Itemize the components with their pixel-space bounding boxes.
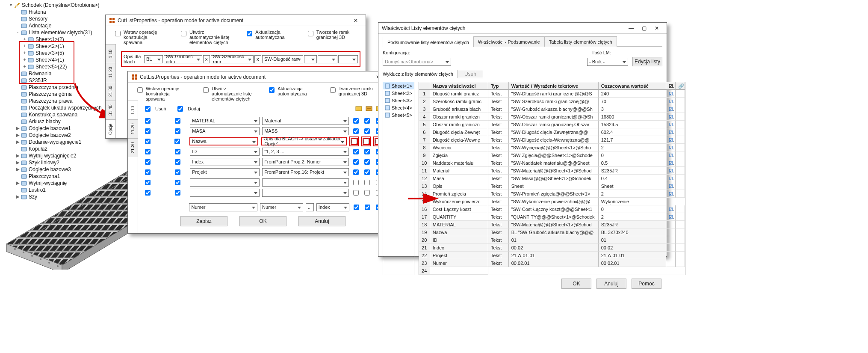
dlg2-footer-c[interactable]: Index [316,203,349,211]
dlg2-col-b[interactable]: MASS [262,127,349,135]
dlg2-col-a[interactable] [190,178,260,187]
dlg2-footer-b[interactable]: Numer [260,203,303,211]
sheet-list-item[interactable]: Sheet<2> [383,89,414,97]
dlg3-tabbar[interactable]: Podsumowanie listy elementów ciętych Wła… [383,36,662,47]
table-row[interactable]: 11MateriałTekst"SW-Materiał@@@Sheet<1>@S… [419,167,685,175]
dlg3-btn-edit[interactable]: Edycja listy [632,57,662,66]
folder-icon-1[interactable] [355,105,362,113]
dlg1-cell-3[interactable]: SW-Szerokość ram [211,55,254,63]
dlg2-col-a[interactable]: Index [190,158,260,166]
dlg2-btn-cancel[interactable]: Anuluj [298,216,345,226]
minimize-icon[interactable]: — [625,24,638,33]
close-icon[interactable]: ✕ [650,24,663,33]
dlg1-tab-opcje[interactable]: Opcje [106,119,115,138]
dlg1-titlebar[interactable]: CutListProperties - operation mode for a… [106,15,366,26]
tree-item[interactable]: Kopuła2 [9,145,103,152]
dlg3-tab-2[interactable]: Tabela listy elementów ciętych [544,36,617,47]
dlg2-btn-ok[interactable]: OK [239,216,286,226]
table-row[interactable]: 8WycięciaTekst"SW-Wycięcia@@@Sheet<1>@Sc… [419,144,685,151]
dlg2-col-b[interactable]: Opis dla BLACH -> ustaw w zakładce 'Opcj… [261,137,347,145]
table-row[interactable]: 20IDTekst0101 [419,236,685,244]
sheet-list-item[interactable]: Sheet<5> [383,111,414,119]
dlg3-table[interactable]: Nazwa właściwości Typ Wartość / Wyrażeni… [419,82,685,275]
dlg3-tab-1[interactable]: Właściwości - Podsumowanie [473,36,545,47]
dlg1-chk-bbox[interactable]: Tworzenie ramki granicznej 3D [306,30,360,45]
tree-item[interactable]: ▶Odgięcie bazowe1 [9,125,103,132]
table-row[interactable]: 16Cost-Łączny kosztTekst"SW-Cost-Łączny … [419,205,685,213]
dlg3-combo-ilosc[interactable]: - Brak - [587,58,628,66]
dlg1-chk-auto-upd[interactable]: Aktualizacja automatyczna [245,30,293,45]
dlg2-col-b[interactable] [262,189,349,197]
tree-item[interactable]: -Lista elementów ciętych(31) [9,29,103,36]
dlg1-cell-6[interactable] [304,55,317,63]
table-row[interactable]: 22ProjektTekst21-A-01-0121-A-01-01 [419,252,685,259]
dlg1-cell-1[interactable]: SW-Grubość arku [164,55,202,63]
dlg2-chk-auto-upd[interactable]: Aktualizacja automatyczna [267,86,316,101]
folder-icon-2[interactable] [366,105,372,113]
table-row[interactable]: 3Grubość arkusza blachTekst"SW-Grubość a… [419,105,685,113]
dlg1-tab-21-30[interactable]: 21-30 [106,82,115,101]
dlg2-tab-21-30[interactable]: 21-30 [128,138,138,157]
dlg2-col-b[interactable]: FromParent Prop.2: Numer [262,158,349,166]
dlg2-tab-1-10[interactable]: 1-10 [128,101,138,119]
table-row[interactable]: 4Obszar ramki granicznTekst"SW-Obszar ra… [419,113,685,121]
dlg2-col-b[interactable] [262,178,349,187]
table-row[interactable]: 17QUANTITYTekst"QUANTITY@@@Sheet<1>@Scho… [419,213,685,221]
tree-root[interactable]: ▾ Schodek (Domyślna<Obrobiona>) [9,2,103,9]
table-row[interactable]: 14Promień zgięciaTekst"SW-Promień zgięci… [419,190,685,198]
sheet-list-item[interactable]: Sheet<3> [383,97,414,104]
table-row[interactable]: 2Szerokość ramki granicTekst"SW-Szerokoś… [419,98,685,105]
dlg2-btn-save[interactable]: Zapisz [180,216,227,226]
dlg2-col-a[interactable] [190,189,260,197]
dlg3-btn-pomoc[interactable]: Pomoc [632,279,661,289]
dlg2-col-b[interactable]: Material [262,117,349,125]
tree-item[interactable]: ▶Odgięcie bazowe2 [9,132,103,139]
dlg3-sheet-list[interactable]: Sheet<1>Sheet<2>Sheet<3>Sheet<4>Sheet<5> [383,82,414,275]
dlg2-chk-weld[interactable]: Wstaw operację konstrukcja spawana [136,86,189,101]
tree-item[interactable]: Sensory [9,15,103,22]
dlg2-sidetabs[interactable]: 1-10 11-20 21-30 [128,101,138,233]
dlg2-hdr-usun-chk[interactable] [145,106,151,112]
table-row[interactable]: 7Długość cięcia-WewnęTekst"SW-Długość ci… [419,136,685,144]
dlg1-tab-1-10[interactable]: 1-10 [106,44,115,63]
dlg2-col-a[interactable]: MATERIAL [190,117,260,125]
table-row[interactable]: 18MATERIALTekst"SW-Materiał@@@Sheet<1>@S… [419,221,685,228]
sheet-list-item[interactable]: Sheet<1> [383,82,414,89]
dlg2-col-a[interactable]: MASA [190,127,260,135]
table-row[interactable]: 13OpisTekstSheetSheet☑ [419,182,685,190]
dlg3-combo-konfig[interactable]: Domyślna<Obrobiona> [383,58,451,66]
table-row[interactable]: 24 [419,267,685,275]
dlg2-footer-sep[interactable]: .. [306,203,314,211]
dlg2-col-b[interactable]: "1, 2, 3 ... [262,148,349,156]
dlg2-hdr-dodaj-chk[interactable] [177,106,183,112]
dlg3-titlebar[interactable]: Właściwości Listy elementów ciętych — ▢ … [378,23,667,34]
dlg1-close[interactable]: ✕ [349,16,362,25]
dlg1-chk-weld[interactable]: Wstaw operację konstrukcja spawana [113,30,166,45]
dlg1-cell-2[interactable]: x [203,55,210,63]
dlg2-chk-bbox[interactable]: Tworzenie ramki granicznej 3D [328,86,383,101]
dlg1-sidetabs[interactable]: 1-10 11-20 21-30 31-40 Opcje [106,44,116,138]
tree-item[interactable]: ▶Dodanie-wyciągnięcie1 [9,139,103,145]
dlg2-col-a[interactable]: Projekt [190,168,260,176]
table-row[interactable]: 19NazwaTekstBL "SW-Grubość arkusza blach… [419,228,685,236]
table-row[interactable]: 21IndexTekst00.0200.02 [419,244,685,252]
table-row[interactable]: 12MasaTekst"SW-Masa@@@Sheet<1>@Schodek.0… [419,175,685,182]
dlg2-footer-a[interactable]: Numer [189,203,257,211]
table-row[interactable]: 6Długość cięcia-ZewnętTekst"SW-Długość c… [419,128,685,136]
dlg3-tab-0[interactable]: Podsumowanie listy elementów ciętych [383,37,474,47]
dlg1-cell-8[interactable] [338,55,358,63]
dlg2-col-a[interactable]: Nazwa [189,137,258,145]
table-row[interactable]: 9ZgięciaTekst"SW-Zgięcia@@@Sheet<1>@Scho… [419,151,685,159]
table-row[interactable]: 23NumerTekst00.02.0100.02.01 [419,259,685,267]
maximize-icon[interactable]: ▢ [638,24,650,33]
dlg1-cell-5[interactable]: SW-Długość ram [262,55,303,63]
dlg2-chk-auto-list[interactable]: Utwórz automatycznie listę elementów cię… [201,86,254,101]
dlg3-btn-ok[interactable]: OK [561,279,591,289]
dlg2-col-a[interactable]: ID [190,148,260,156]
dlg1-cell-4[interactable]: x [254,55,261,63]
dlg1-tab-31-40[interactable]: 31-40 [106,101,115,119]
sheet-list-item[interactable]: Sheet<4> [383,104,414,111]
dlg1-chk-auto-list[interactable]: Utwórz automatycznie listę elementów cię… [179,30,232,45]
table-row[interactable]: 1Długość ramki graniczTekst"SW-Długość r… [419,90,685,98]
tree-item[interactable]: Adnotacje [9,22,103,29]
